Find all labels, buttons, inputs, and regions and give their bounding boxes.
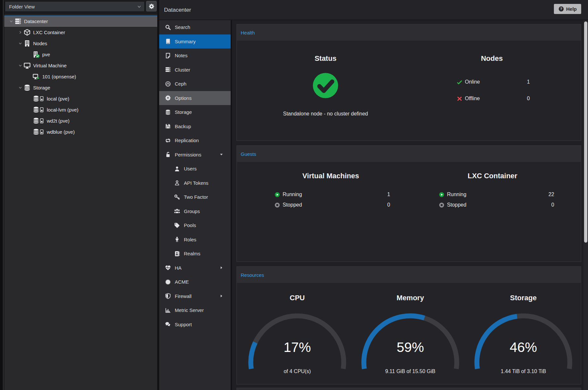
content-topbar: Datacenter ? Help	[159, 0, 588, 20]
nav-item-support[interactable]: Support	[159, 317, 231, 332]
tree-item-label: LXC Container	[33, 30, 65, 35]
tree-settings-button[interactable]	[146, 1, 157, 11]
tree-item-label: Nodes	[33, 41, 47, 46]
node-status-value: 0	[497, 96, 530, 101]
key-icon	[174, 194, 180, 200]
health-panel: Health Status Standalone node - no clust…	[236, 24, 581, 141]
question-circle-icon: ?	[558, 6, 564, 12]
expander-collapse-icon[interactable]	[17, 86, 23, 90]
gauge-subtitle: of 4 CPU(s)	[242, 369, 352, 374]
tree-item-label: 101 (opnsense)	[42, 74, 76, 79]
nav-item-metric-server[interactable]: Metric Server	[159, 303, 231, 317]
nav-item-storage[interactable]: Storage	[159, 105, 231, 119]
gear-icon	[149, 4, 154, 9]
nav-item-ceph[interactable]: Ceph	[159, 77, 231, 91]
guest-status-label: Running	[447, 192, 467, 197]
tree-item-local-pve[interactable]: local (pve)	[4, 93, 157, 104]
nav-item-realms[interactable]: Realms	[159, 247, 231, 261]
drive-icon	[39, 107, 44, 112]
nav-item-ha[interactable]: HA	[159, 261, 231, 275]
nav-item-notes[interactable]: Notes	[159, 48, 231, 63]
tree-item-nodes[interactable]: Nodes	[4, 38, 157, 49]
offline-cross-icon	[457, 96, 462, 101]
proxmox-app: Folder View DatacenterLXC ContainerNodes…	[0, 0, 588, 390]
caret-right-icon	[219, 266, 224, 270]
gauge-subtitle: 9.11 GiB of 15.50 GiB	[355, 369, 466, 374]
nav-item-label: Storage	[175, 109, 192, 115]
users-icon	[174, 208, 180, 214]
heartbeat-icon	[165, 265, 171, 271]
guests-panel: Guests Virtual MachinesRunning1Stopped0L…	[236, 145, 581, 262]
chevron-down-icon	[18, 86, 22, 90]
database-icon	[33, 117, 39, 124]
drive-icon	[39, 118, 44, 123]
tree-item-virtual-machine[interactable]: Virtual Machine	[4, 60, 157, 71]
tree-item-label: Virtual Machine	[33, 63, 67, 68]
tree-item-lxc-container[interactable]: LXC Container	[4, 27, 157, 38]
play-circle-icon	[275, 192, 280, 197]
tree-item-wdblue-pve[interactable]: wdblue (pve)	[4, 126, 157, 137]
nav-item-label: Realms	[184, 251, 200, 256]
nav-item-label: Permissions	[175, 152, 201, 157]
nav-item-acme[interactable]: ACME	[159, 275, 231, 289]
view-selector-combo[interactable]: Folder View	[5, 1, 145, 12]
tree-item-label: Datacenter	[24, 19, 48, 24]
nav-item-permissions[interactable]: Permissions	[159, 148, 231, 162]
nav-item-label: Summary	[175, 39, 196, 44]
nav-item-groups[interactable]: Groups	[159, 204, 231, 219]
expander-collapse-icon[interactable]	[8, 19, 14, 23]
gauge-subtitle: 1.44 TiB of 3.10 TiB	[468, 369, 579, 374]
nav-item-search[interactable]: Search	[159, 20, 231, 34]
tree-item-pve[interactable]: pve	[4, 49, 157, 60]
user-icon	[174, 166, 180, 172]
search-icon	[165, 24, 171, 30]
status-ok-icon	[312, 72, 339, 99]
ceph-icon	[165, 81, 171, 87]
nav-item-users[interactable]: Users	[159, 162, 231, 176]
nav-item-label: Cluster	[175, 67, 190, 73]
gauge-percent: 17%	[242, 340, 352, 355]
tree-item-101-opnsense[interactable]: 101 (opnsense)	[4, 71, 157, 82]
view-selector-value: Folder View	[9, 4, 137, 9]
gauge-title: Storage	[468, 294, 579, 302]
nav-item-summary[interactable]: Summary	[159, 34, 231, 49]
nav-item-api-tokens[interactable]: API Tokens	[159, 176, 231, 190]
nav-item-label: Users	[184, 166, 197, 171]
nav-item-pools[interactable]: Pools	[159, 218, 231, 233]
tree-item-datacenter[interactable]: Datacenter	[4, 16, 157, 27]
expander-collapse-icon[interactable]	[17, 41, 23, 46]
tree-item-label: Storage	[33, 85, 50, 90]
nav-item-backup[interactable]: Backup	[159, 119, 231, 134]
stop-circle-icon	[275, 202, 280, 208]
tree-item-wd2t-pve[interactable]: wd2t (pve)	[4, 115, 157, 126]
guest-status-value: 0	[522, 202, 554, 208]
gauge-title: CPU	[242, 294, 352, 302]
nav-item-firewall[interactable]: Firewall	[159, 289, 231, 303]
play-circle-icon	[439, 192, 444, 197]
expander-expand-icon[interactable]	[17, 30, 23, 34]
tree-item-label: pve	[42, 52, 50, 57]
expander-collapse-icon[interactable]	[17, 63, 23, 68]
tree-item-local-lvm-pve[interactable]: local-lvm (pve)	[4, 104, 157, 115]
nav-item-roles[interactable]: Roles	[159, 233, 231, 247]
guest-status-value: 1	[358, 192, 390, 197]
next-panel-partial	[236, 388, 581, 390]
guest-status-label: Running	[283, 192, 302, 197]
nav-item-replication[interactable]: Replication	[159, 133, 231, 148]
database-icon	[33, 95, 39, 102]
tree-item-storage[interactable]: Storage	[4, 82, 157, 93]
desktop-icon	[24, 62, 31, 69]
nav-item-options[interactable]: Options	[159, 91, 231, 105]
nav-item-two-factor[interactable]: Two Factor	[159, 190, 231, 204]
nav-item-label: Roles	[184, 237, 196, 242]
scrollbar-thumb[interactable]	[584, 21, 587, 243]
database-icon	[24, 84, 31, 91]
section-nav: SearchSummaryNotesClusterCephOptionsStor…	[159, 20, 231, 390]
help-button[interactable]: ? Help	[554, 4, 581, 14]
tree-item-label: local (pve)	[47, 96, 69, 101]
check-icon	[457, 79, 462, 85]
gauge-percent: 46%	[468, 340, 579, 355]
nav-item-cluster[interactable]: Cluster	[159, 63, 231, 77]
guest-status-value: 22	[522, 192, 554, 197]
user-o-icon	[174, 180, 180, 186]
